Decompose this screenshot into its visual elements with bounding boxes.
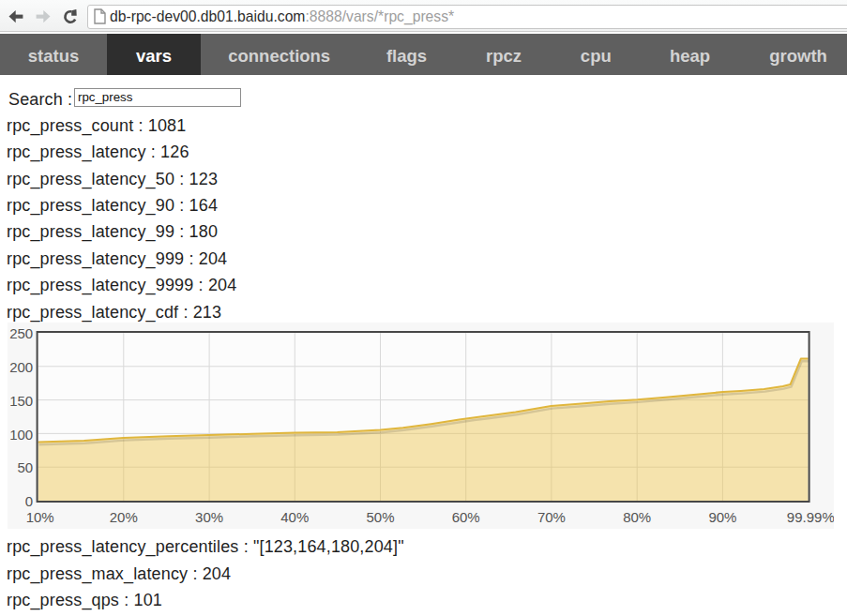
svg-text:50: 50 [18,459,34,475]
svg-text:99.99%: 99.99% [787,509,834,525]
svg-text:30%: 30% [195,509,223,525]
svg-text:90%: 90% [708,509,736,525]
svg-text:250: 250 [9,325,33,341]
svg-text:20%: 20% [110,509,138,525]
svg-text:60%: 60% [452,509,480,525]
svg-text:50%: 50% [366,509,394,525]
svg-text:80%: 80% [623,509,651,525]
svg-text:0: 0 [25,493,33,509]
svg-text:200: 200 [9,359,33,375]
svg-text:70%: 70% [537,509,566,525]
svg-text:150: 150 [9,393,33,409]
svg-text:10%: 10% [26,509,54,525]
svg-text:40%: 40% [280,509,309,525]
svg-text:100: 100 [9,427,33,443]
